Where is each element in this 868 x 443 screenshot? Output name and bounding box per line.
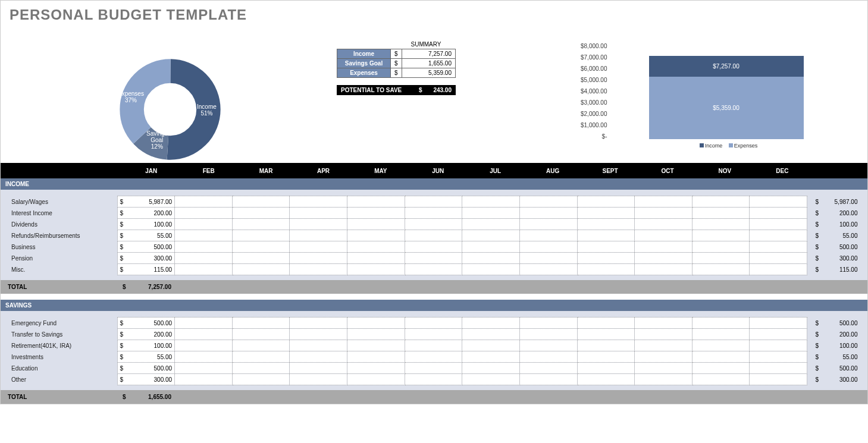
- data-cell[interactable]: $55.00: [117, 230, 175, 241]
- data-cell[interactable]: [635, 196, 692, 208]
- data-cell[interactable]: [577, 241, 635, 253]
- data-cell[interactable]: [405, 264, 462, 275]
- data-cell[interactable]: [347, 363, 405, 374]
- data-cell[interactable]: [750, 351, 807, 363]
- data-cell[interactable]: [519, 318, 577, 329]
- data-cell[interactable]: [232, 264, 290, 275]
- data-cell[interactable]: [750, 241, 807, 253]
- data-cell[interactable]: [405, 219, 462, 230]
- data-cell[interactable]: [175, 253, 233, 264]
- data-cell[interactable]: [290, 230, 347, 241]
- data-cell[interactable]: [347, 208, 405, 219]
- data-cell[interactable]: [175, 363, 233, 374]
- data-cell[interactable]: [519, 230, 577, 241]
- data-cell[interactable]: [290, 219, 347, 230]
- data-cell[interactable]: [577, 219, 635, 230]
- data-cell[interactable]: [462, 253, 520, 264]
- data-cell[interactable]: [635, 374, 692, 385]
- data-cell[interactable]: [519, 208, 577, 219]
- data-cell[interactable]: $100.00: [117, 340, 175, 351]
- data-cell[interactable]: [635, 219, 692, 230]
- data-cell[interactable]: [175, 329, 233, 340]
- data-cell[interactable]: [519, 241, 577, 253]
- data-cell[interactable]: [519, 329, 577, 340]
- data-cell[interactable]: [347, 264, 405, 275]
- data-cell[interactable]: [692, 253, 750, 264]
- data-cell[interactable]: [692, 219, 750, 230]
- data-cell[interactable]: [692, 196, 750, 208]
- data-cell[interactable]: [635, 264, 692, 275]
- data-cell[interactable]: [405, 374, 462, 385]
- data-cell[interactable]: [519, 253, 577, 264]
- data-cell[interactable]: $100.00: [117, 219, 175, 230]
- data-cell[interactable]: [577, 196, 635, 208]
- data-cell[interactable]: [462, 264, 520, 275]
- data-cell[interactable]: [750, 253, 807, 264]
- data-cell[interactable]: [519, 219, 577, 230]
- data-cell[interactable]: [347, 230, 405, 241]
- data-cell[interactable]: [290, 340, 347, 351]
- data-cell[interactable]: [692, 374, 750, 385]
- data-cell[interactable]: [347, 241, 405, 253]
- data-cell[interactable]: [519, 340, 577, 351]
- data-cell[interactable]: $500.00: [117, 363, 175, 374]
- data-cell[interactable]: [175, 196, 233, 208]
- data-cell[interactable]: $5,987.00: [117, 196, 175, 208]
- data-cell[interactable]: [692, 264, 750, 275]
- data-cell[interactable]: [692, 329, 750, 340]
- data-cell[interactable]: [577, 363, 635, 374]
- data-cell[interactable]: [175, 340, 233, 351]
- data-cell[interactable]: [635, 208, 692, 219]
- data-cell[interactable]: [290, 351, 347, 363]
- data-cell[interactable]: [519, 374, 577, 385]
- data-cell[interactable]: [692, 208, 750, 219]
- data-cell[interactable]: [232, 253, 290, 264]
- data-cell[interactable]: [750, 230, 807, 241]
- data-cell[interactable]: [405, 340, 462, 351]
- data-cell[interactable]: [577, 264, 635, 275]
- data-cell[interactable]: [750, 318, 807, 329]
- data-cell[interactable]: [462, 230, 520, 241]
- data-cell[interactable]: [519, 363, 577, 374]
- data-cell[interactable]: [290, 329, 347, 340]
- data-cell[interactable]: [232, 241, 290, 253]
- data-cell[interactable]: [750, 196, 807, 208]
- data-cell[interactable]: [175, 374, 233, 385]
- data-cell[interactable]: [290, 241, 347, 253]
- data-cell[interactable]: [577, 208, 635, 219]
- data-cell[interactable]: [405, 329, 462, 340]
- data-cell[interactable]: [577, 351, 635, 363]
- data-cell[interactable]: [347, 351, 405, 363]
- data-cell[interactable]: $300.00: [117, 253, 175, 264]
- data-cell[interactable]: [405, 351, 462, 363]
- data-cell[interactable]: [347, 196, 405, 208]
- data-cell[interactable]: [175, 230, 233, 241]
- data-cell[interactable]: [750, 374, 807, 385]
- data-cell[interactable]: [750, 329, 807, 340]
- data-cell[interactable]: [290, 318, 347, 329]
- data-cell[interactable]: $500.00: [117, 318, 175, 329]
- data-cell[interactable]: [635, 318, 692, 329]
- data-cell[interactable]: [232, 351, 290, 363]
- data-cell[interactable]: $500.00: [117, 241, 175, 253]
- data-cell[interactable]: [232, 208, 290, 219]
- data-cell[interactable]: [577, 340, 635, 351]
- data-cell[interactable]: [175, 351, 233, 363]
- data-cell[interactable]: [290, 196, 347, 208]
- data-cell[interactable]: [750, 219, 807, 230]
- data-cell[interactable]: [347, 340, 405, 351]
- data-cell[interactable]: [692, 340, 750, 351]
- data-cell[interactable]: $200.00: [117, 208, 175, 219]
- data-cell[interactable]: [692, 363, 750, 374]
- data-cell[interactable]: [577, 374, 635, 385]
- data-cell[interactable]: [232, 196, 290, 208]
- data-cell[interactable]: [635, 253, 692, 264]
- data-cell[interactable]: [232, 230, 290, 241]
- data-cell[interactable]: [175, 208, 233, 219]
- data-cell[interactable]: [290, 363, 347, 374]
- data-cell[interactable]: [635, 363, 692, 374]
- data-cell[interactable]: [462, 318, 520, 329]
- data-cell[interactable]: [405, 196, 462, 208]
- data-cell[interactable]: [232, 329, 290, 340]
- data-cell[interactable]: [692, 241, 750, 253]
